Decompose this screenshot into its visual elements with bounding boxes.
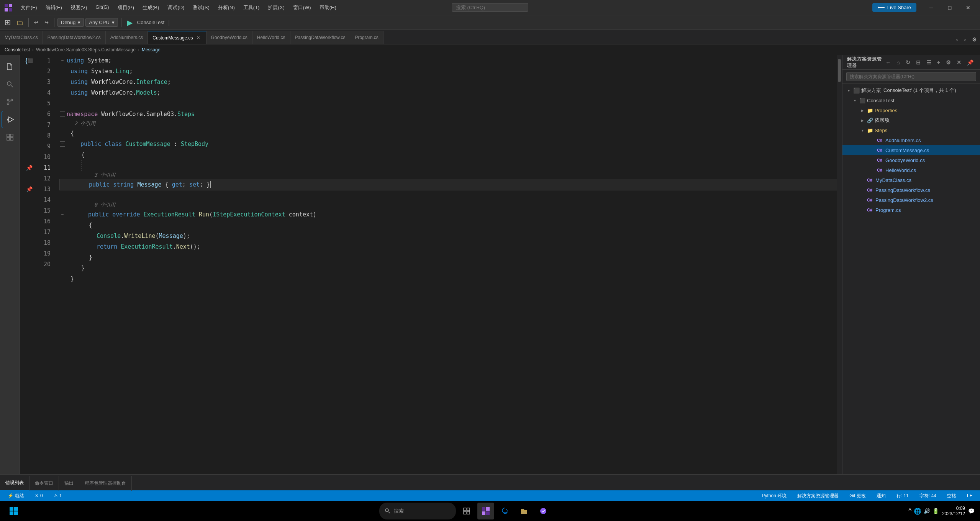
tab-scroll-left[interactable]: ‹ bbox=[953, 35, 961, 44]
status-solution-mgr[interactable]: 解决方案资源管理器 bbox=[794, 492, 842, 500]
tray-battery-icon[interactable]: 🔋 bbox=[932, 508, 939, 514]
tree-item-mydataclass[interactable]: C# MyDataClass.cs bbox=[842, 175, 980, 185]
tree-item-goodbyeworld[interactable]: C# GoodbyeWorld.cs bbox=[842, 155, 980, 165]
panel-icon-filter[interactable]: ☰ bbox=[925, 59, 933, 66]
breadcrumb-path[interactable]: WorkflowCore.Sample03.Steps.CustomMessag… bbox=[36, 47, 136, 52]
tab-goodbyeworld[interactable]: GoodbyeWorld.cs bbox=[206, 31, 252, 44]
tree-item-passingdataworkflow2[interactable]: C# PassingDataWorkflow2.cs bbox=[842, 195, 980, 205]
fold-icon-13[interactable]: − bbox=[60, 212, 65, 217]
taskbar-search[interactable]: 搜索 bbox=[379, 503, 456, 519]
activity-extensions[interactable] bbox=[2, 129, 18, 146]
menu-file[interactable]: 文件(F) bbox=[17, 3, 41, 13]
tab-settings[interactable]: ⚙ bbox=[969, 35, 980, 44]
code-content[interactable]: − using System; using System.Linq; using… bbox=[56, 55, 837, 474]
status-warnings[interactable]: ⚠ 1 bbox=[51, 492, 65, 499]
panel-icon-back[interactable]: ← bbox=[884, 59, 893, 66]
fold-icon-6[interactable]: − bbox=[60, 111, 65, 117]
tab-custommessage-close[interactable]: ✕ bbox=[195, 35, 202, 41]
menu-tools[interactable]: 工具(T) bbox=[239, 3, 264, 13]
tree-item-helloworld[interactable]: C# HelloWorld.cs bbox=[842, 165, 980, 175]
tb-redo[interactable]: ↪ bbox=[42, 18, 51, 26]
status-notifications[interactable]: 通知 bbox=[873, 492, 889, 500]
maximize-button[interactable]: □ bbox=[941, 2, 959, 14]
activity-git[interactable] bbox=[2, 93, 18, 110]
live-share-button[interactable]: ⟵ Live Share bbox=[872, 3, 916, 12]
menu-project[interactable]: 项目(P) bbox=[114, 3, 138, 13]
activity-search[interactable] bbox=[2, 76, 18, 93]
cpu-config-dropdown[interactable]: Any CPU ▾ bbox=[85, 18, 118, 27]
taskbar-vs[interactable] bbox=[477, 503, 494, 519]
tab-program[interactable]: Program.cs bbox=[350, 31, 383, 44]
scroll-thumb[interactable] bbox=[838, 59, 841, 82]
status-encoding[interactable]: LF bbox=[964, 492, 975, 499]
menu-git[interactable]: Git(G) bbox=[92, 3, 113, 13]
scrollbar[interactable] bbox=[837, 55, 842, 474]
tab-passingdataworkflow[interactable]: PassingDataWorkflow.cs bbox=[290, 31, 351, 44]
taskbar-explorer[interactable] bbox=[516, 503, 533, 519]
tray-sound-icon[interactable]: 🔊 bbox=[924, 508, 930, 514]
panel-icon-close[interactable]: ✕ bbox=[955, 59, 963, 66]
status-python-env[interactable]: Python 环境 bbox=[759, 492, 790, 500]
fold-icon-1[interactable]: − bbox=[60, 58, 65, 63]
menu-analyze[interactable]: 分析(N) bbox=[214, 3, 239, 13]
tree-item-passingdataworkflow[interactable]: C# PassingDataWorkflow.cs bbox=[842, 185, 980, 195]
tab-passingdataworkflow2[interactable]: PassingDataWorkflow2.cs bbox=[43, 31, 106, 44]
status-line[interactable]: 行: 11 bbox=[893, 492, 912, 500]
debug-config-dropdown[interactable]: Debug ▾ bbox=[57, 18, 84, 27]
status-git-changes[interactable]: Git 更改 bbox=[846, 492, 869, 500]
panel-icon-home[interactable]: ⌂ bbox=[895, 59, 901, 66]
activity-run[interactable] bbox=[2, 111, 18, 128]
taskbar-start[interactable] bbox=[5, 503, 22, 519]
tree-item-dependencies[interactable]: ▶ 🔗 依赖项 bbox=[842, 115, 980, 125]
menu-help[interactable]: 帮助(H) bbox=[316, 3, 340, 13]
tree-item-program[interactable]: C# Program.cs bbox=[842, 205, 980, 215]
fold-icon-8[interactable]: − bbox=[60, 141, 65, 147]
breadcrumb-project[interactable]: ConsoleTest bbox=[5, 47, 30, 52]
code-editor[interactable]: {⬛ 📌 📌 1 2 3 4 5 bbox=[20, 55, 842, 474]
menu-build[interactable]: 生成(B) bbox=[139, 3, 163, 13]
panel-icon-add[interactable]: + bbox=[936, 59, 942, 66]
tree-item-project[interactable]: ▾ ⬛ ConsoleTest bbox=[842, 95, 980, 105]
taskbar-purple[interactable] bbox=[535, 503, 552, 519]
tab-custommessage[interactable]: CustomMessage.cs ✕ bbox=[148, 31, 206, 44]
menu-view[interactable]: 视图(V) bbox=[67, 3, 91, 13]
taskbar-edge[interactable] bbox=[497, 503, 513, 519]
tree-item-properties[interactable]: ▶ 📁 Properties bbox=[842, 105, 980, 115]
tb-open[interactable] bbox=[15, 18, 25, 27]
bottom-tab-command[interactable]: 命令窗口 bbox=[29, 476, 59, 491]
tb-undo[interactable]: ↩ bbox=[32, 18, 41, 26]
menu-ext[interactable]: 扩展(X) bbox=[264, 3, 288, 13]
tree-item-addnumbers[interactable]: C# AddNumbers.cs bbox=[842, 135, 980, 145]
panel-icon-gear[interactable]: ⚙ bbox=[944, 59, 953, 66]
breadcrumb-member[interactable]: Message bbox=[142, 47, 161, 52]
global-search-input[interactable] bbox=[452, 3, 528, 12]
tray-network-icon[interactable]: 🌐 bbox=[914, 508, 921, 515]
menu-window[interactable]: 窗口(W) bbox=[289, 3, 315, 13]
bottom-tab-output[interactable]: 输出 bbox=[59, 476, 79, 491]
status-errors[interactable]: ✕ 0 bbox=[32, 492, 46, 499]
status-col[interactable]: 字符: 44 bbox=[916, 492, 939, 500]
tb-new-project[interactable] bbox=[2, 18, 13, 27]
panel-icon-collapse[interactable]: ⊟ bbox=[914, 59, 923, 66]
tab-helloworld[interactable]: HelloWorld.cs bbox=[252, 31, 290, 44]
tree-item-custommessage[interactable]: C# CustomMessage.cs bbox=[842, 145, 980, 155]
status-ready[interactable]: ⚡ 就绪 bbox=[5, 492, 27, 500]
bottom-tab-package[interactable]: 程序包管理器控制台 bbox=[79, 476, 132, 491]
tray-notification-icon[interactable]: 💬 bbox=[968, 508, 975, 514]
tree-item-steps[interactable]: ▾ 📁 Steps bbox=[842, 125, 980, 135]
menu-test[interactable]: 测试(S) bbox=[189, 3, 213, 13]
panel-icon-pin[interactable]: 📌 bbox=[965, 59, 975, 66]
bottom-tab-errors[interactable]: 错误列表 bbox=[0, 476, 29, 491]
tree-item-solution[interactable]: ▾ ⬛ 解决方案 'ConsoleTest' (1 个项目，共 1 个) bbox=[842, 85, 980, 95]
run-button[interactable]: ▶ bbox=[125, 17, 135, 28]
status-spaces[interactable]: 空格 bbox=[944, 492, 959, 500]
tab-scroll-right[interactable]: › bbox=[961, 35, 969, 44]
activity-explorer[interactable] bbox=[2, 58, 18, 75]
taskbar-taskview[interactable] bbox=[458, 503, 475, 519]
tab-mydataclass[interactable]: MyDataClass.cs bbox=[0, 31, 43, 44]
tray-up-arrow[interactable]: ^ bbox=[908, 508, 911, 514]
close-button[interactable]: ✕ bbox=[959, 2, 977, 14]
tab-addnumbers[interactable]: AddNumbers.cs bbox=[106, 31, 148, 44]
panel-icon-sync[interactable]: ↻ bbox=[904, 59, 912, 66]
menu-debug[interactable]: 调试(D) bbox=[164, 3, 188, 13]
